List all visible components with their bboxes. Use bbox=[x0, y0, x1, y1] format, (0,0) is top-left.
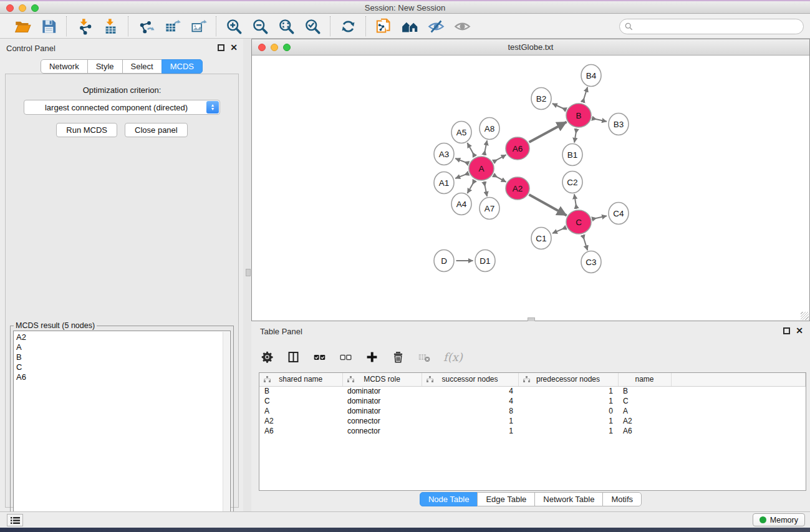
zoom-selected-icon[interactable] bbox=[304, 17, 321, 35]
graph-node-C3[interactable]: C3 bbox=[581, 251, 601, 273]
edge-B-B4[interactable] bbox=[583, 87, 588, 102]
mcds-result-item[interactable]: A2 bbox=[16, 332, 230, 342]
table-cell[interactable]: dominator bbox=[342, 386, 422, 396]
graph-node-D1[interactable]: D1 bbox=[475, 250, 495, 272]
column-header-name[interactable]: name bbox=[618, 373, 671, 386]
table-row[interactable]: A6connector11A6 bbox=[259, 426, 806, 436]
edge-A-A4[interactable] bbox=[468, 180, 475, 193]
graph-node-B4[interactable]: B4 bbox=[581, 65, 601, 87]
edge-A-A5[interactable] bbox=[467, 143, 475, 157]
import-network-icon[interactable] bbox=[75, 17, 93, 35]
graph-node-A6[interactable]: A6 bbox=[506, 137, 529, 160]
deselect-all-rows-icon[interactable] bbox=[339, 349, 352, 365]
memory-button[interactable]: Memory bbox=[753, 513, 805, 526]
column-header-shared-name[interactable]: shared name bbox=[259, 373, 342, 386]
network-vscroll-thumb[interactable] bbox=[246, 269, 251, 276]
save-session-icon[interactable] bbox=[40, 17, 57, 35]
zoom-in-icon[interactable] bbox=[225, 17, 243, 35]
edge-C-C1[interactable] bbox=[552, 228, 566, 234]
table-tab-node-table[interactable]: Node Table bbox=[420, 492, 478, 506]
close-panel-icon[interactable]: ✕ bbox=[230, 42, 238, 52]
tab-network[interactable]: Network bbox=[41, 59, 88, 74]
table-cell[interactable]: A2 bbox=[259, 416, 342, 426]
table-row[interactable]: A2connector11A2 bbox=[259, 416, 806, 426]
tab-mcds[interactable]: MCDS bbox=[162, 59, 203, 74]
edge-A-A6[interactable] bbox=[493, 155, 506, 162]
table-row[interactable]: Bdominator41B bbox=[259, 386, 806, 396]
result-scrollbar[interactable] bbox=[223, 332, 229, 528]
table-tab-network-table[interactable]: Network Table bbox=[534, 492, 603, 506]
table-cell[interactable]: A bbox=[618, 406, 671, 416]
graph-node-A1[interactable]: A1 bbox=[434, 172, 454, 194]
edge-B-B1[interactable] bbox=[574, 129, 577, 143]
edge-B-B2[interactable] bbox=[552, 104, 566, 110]
edge-A-A1[interactable] bbox=[455, 173, 468, 178]
table-cell[interactable]: 4 bbox=[422, 396, 518, 406]
edge-A-A8[interactable] bbox=[484, 140, 487, 155]
edge-C-C4[interactable] bbox=[592, 216, 607, 219]
run-mcds-button[interactable]: Run MCDS bbox=[56, 123, 117, 137]
table-cell[interactable]: 4 bbox=[422, 386, 518, 396]
graph-node-A[interactable]: A bbox=[469, 157, 494, 180]
graph-node-A4[interactable]: A4 bbox=[451, 193, 471, 215]
graph-node-C[interactable]: C bbox=[566, 210, 591, 234]
graph-node-C4[interactable]: C4 bbox=[609, 203, 629, 225]
column-header-predecessor-nodes[interactable]: predecessor nodes bbox=[518, 373, 618, 386]
graph-node-A7[interactable]: A7 bbox=[480, 198, 499, 220]
table-settings-gear-icon[interactable] bbox=[260, 349, 274, 365]
table-cell[interactable]: C bbox=[259, 396, 342, 406]
tab-style[interactable]: Style bbox=[87, 59, 123, 74]
hide-selected-icon[interactable] bbox=[427, 17, 445, 35]
table-cell[interactable]: A6 bbox=[618, 426, 671, 436]
first-neighbors-icon[interactable] bbox=[401, 17, 418, 35]
refresh-icon[interactable] bbox=[339, 17, 357, 35]
edge-A-A7[interactable] bbox=[484, 182, 487, 196]
export-network-icon[interactable] bbox=[137, 17, 155, 35]
table-cell[interactable]: C bbox=[618, 396, 671, 406]
delete-column-icon[interactable] bbox=[391, 349, 405, 365]
table-cell[interactable]: connector bbox=[342, 416, 422, 426]
tab-select[interactable]: Select bbox=[122, 59, 162, 74]
mcds-result-item[interactable]: A6 bbox=[16, 372, 230, 382]
table-cell[interactable]: 1 bbox=[518, 386, 618, 396]
new-network-from-selection-icon[interactable] bbox=[375, 17, 392, 35]
edge-A-A2[interactable] bbox=[493, 175, 506, 182]
table-cell[interactable]: A bbox=[259, 406, 342, 416]
table-cell[interactable]: 1 bbox=[518, 396, 618, 406]
table-row[interactable]: Adominator80A bbox=[259, 406, 806, 416]
task-history-button[interactable] bbox=[7, 514, 23, 526]
close-panel-button[interactable]: Close panel bbox=[125, 123, 188, 137]
export-image-icon[interactable] bbox=[190, 17, 207, 35]
zoom-fit-icon[interactable] bbox=[277, 17, 295, 35]
graph-node-B1[interactable]: B1 bbox=[562, 144, 582, 166]
table-tab-motifs[interactable]: Motifs bbox=[602, 492, 642, 506]
export-table-icon[interactable] bbox=[163, 17, 181, 35]
table-cell[interactable]: 0 bbox=[518, 406, 618, 416]
edge-A-A3[interactable] bbox=[455, 158, 468, 163]
graph-node-B3[interactable]: B3 bbox=[609, 114, 629, 135]
table-cell[interactable]: B bbox=[618, 386, 671, 396]
table-cell[interactable]: dominator bbox=[342, 396, 422, 406]
edge-C-C3[interactable] bbox=[583, 235, 588, 250]
table-close-panel-icon[interactable]: ✕ bbox=[796, 326, 803, 336]
show-columns-icon[interactable] bbox=[286, 349, 300, 365]
edge-B-B3[interactable] bbox=[592, 118, 607, 122]
graph-node-D[interactable]: D bbox=[434, 250, 454, 272]
table-cell[interactable]: 8 bbox=[422, 406, 518, 416]
float-panel-icon[interactable] bbox=[218, 44, 224, 51]
table-cell[interactable]: 1 bbox=[518, 426, 618, 436]
column-header-successor-nodes[interactable]: successor nodes bbox=[422, 373, 518, 386]
table-cell[interactable]: connector bbox=[342, 426, 422, 436]
table-float-panel-icon[interactable] bbox=[783, 327, 790, 334]
edge-A6-B[interactable] bbox=[529, 122, 567, 143]
open-session-icon[interactable] bbox=[14, 17, 31, 35]
graph-node-C2[interactable]: C2 bbox=[562, 172, 582, 193]
graph-node-B2[interactable]: B2 bbox=[531, 88, 551, 110]
column-header-MCDS-role[interactable]: MCDS role bbox=[342, 373, 422, 386]
mcds-result-item[interactable]: C bbox=[16, 362, 230, 372]
network-canvas[interactable]: AA2A6BCA1A3A4A5A7A8B1B2B3B4C1C2C3C4DD1 bbox=[252, 56, 809, 321]
search-input[interactable] bbox=[636, 22, 798, 31]
table-row[interactable]: Cdominator41C bbox=[259, 396, 806, 406]
import-table-icon[interactable] bbox=[102, 17, 119, 35]
table-cell[interactable]: 1 bbox=[518, 416, 618, 426]
